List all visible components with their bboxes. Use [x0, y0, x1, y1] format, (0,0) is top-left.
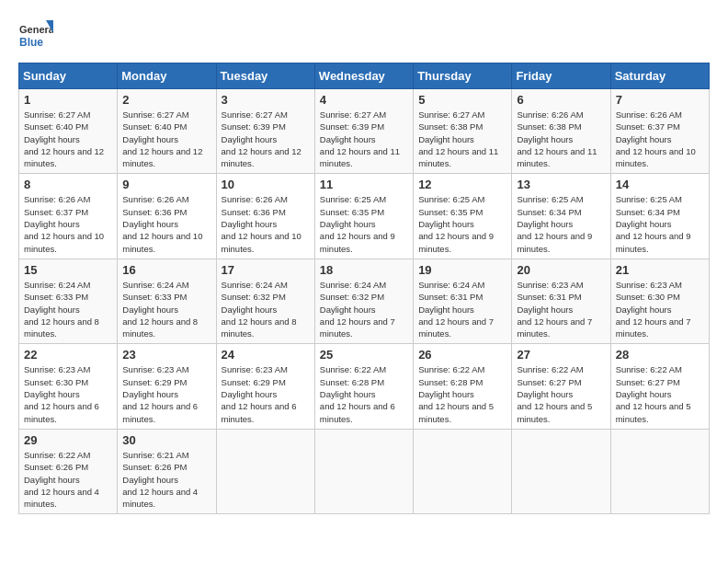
day-info: Sunrise: 6:26 AMSunset: 6:38 PMDaylight … — [517, 109, 605, 169]
day-info: Sunrise: 6:26 AMSunset: 6:37 PMDaylight … — [24, 193, 112, 254]
day-number: 6 — [517, 93, 605, 107]
calendar-cell — [512, 429, 610, 513]
day-info: Sunrise: 6:23 AMSunset: 6:30 PMDaylight … — [24, 363, 112, 424]
calendar-cell: 13Sunrise: 6:25 AMSunset: 6:34 PMDayligh… — [512, 174, 610, 259]
day-info: Sunrise: 6:25 AMSunset: 6:35 PMDaylight … — [418, 193, 506, 254]
calendar-cell: 27Sunrise: 6:22 AMSunset: 6:27 PMDayligh… — [512, 344, 610, 429]
day-info: Sunrise: 6:27 AMSunset: 6:40 PMDaylight … — [122, 109, 210, 169]
calendar-cell: 30Sunrise: 6:21 AMSunset: 6:26 PMDayligh… — [118, 429, 216, 513]
calendar-week-row: 29Sunrise: 6:22 AMSunset: 6:26 PMDayligh… — [19, 429, 710, 513]
day-number: 26 — [418, 348, 506, 362]
day-info: Sunrise: 6:24 AMSunset: 6:33 PMDaylight … — [122, 279, 210, 339]
day-info: Sunrise: 6:26 AMSunset: 6:37 PMDaylight … — [616, 109, 704, 169]
calendar-cell: 24Sunrise: 6:23 AMSunset: 6:29 PMDayligh… — [216, 344, 314, 429]
calendar-cell: 28Sunrise: 6:22 AMSunset: 6:27 PMDayligh… — [610, 344, 709, 429]
day-info: Sunrise: 6:26 AMSunset: 6:36 PMDaylight … — [222, 193, 310, 254]
day-number: 24 — [222, 348, 310, 362]
calendar-body: 1Sunrise: 6:27 AMSunset: 6:40 PMDaylight… — [19, 89, 710, 514]
day-info: Sunrise: 6:27 AMSunset: 6:39 PMDaylight … — [320, 109, 408, 169]
weekday-header-cell: Tuesday — [216, 63, 314, 89]
calendar-week-row: 15Sunrise: 6:24 AMSunset: 6:33 PMDayligh… — [19, 259, 710, 343]
calendar-cell — [216, 429, 314, 513]
calendar-cell: 2Sunrise: 6:27 AMSunset: 6:40 PMDaylight… — [118, 89, 216, 174]
calendar-cell: 20Sunrise: 6:23 AMSunset: 6:31 PMDayligh… — [512, 259, 610, 343]
day-number: 21 — [616, 263, 704, 277]
calendar-cell — [610, 429, 709, 513]
calendar-cell: 8Sunrise: 6:26 AMSunset: 6:37 PMDaylight… — [19, 174, 118, 259]
day-info: Sunrise: 6:25 AMSunset: 6:34 PMDaylight … — [517, 193, 605, 254]
calendar-cell: 18Sunrise: 6:24 AMSunset: 6:32 PMDayligh… — [314, 259, 413, 343]
day-info: Sunrise: 6:23 AMSunset: 6:30 PMDaylight … — [616, 279, 704, 339]
header: General Blue — [18, 18, 710, 53]
day-number: 12 — [418, 178, 506, 191]
calendar-week-row: 1Sunrise: 6:27 AMSunset: 6:40 PMDaylight… — [19, 89, 710, 174]
calendar-cell: 12Sunrise: 6:25 AMSunset: 6:35 PMDayligh… — [414, 174, 512, 259]
day-number: 14 — [616, 178, 704, 191]
calendar-cell: 5Sunrise: 6:27 AMSunset: 6:38 PMDaylight… — [414, 89, 512, 174]
logo-svg: General Blue — [18, 18, 53, 53]
calendar-cell: 29Sunrise: 6:22 AMSunset: 6:26 PMDayligh… — [19, 429, 118, 513]
day-number: 5 — [418, 93, 506, 107]
calendar-week-row: 8Sunrise: 6:26 AMSunset: 6:37 PMDaylight… — [19, 174, 710, 259]
calendar-cell: 11Sunrise: 6:25 AMSunset: 6:35 PMDayligh… — [314, 174, 413, 259]
day-number: 1 — [24, 93, 112, 107]
calendar-cell: 6Sunrise: 6:26 AMSunset: 6:38 PMDaylight… — [512, 89, 610, 174]
calendar-cell: 17Sunrise: 6:24 AMSunset: 6:32 PMDayligh… — [216, 259, 314, 343]
calendar-cell — [414, 429, 512, 513]
day-number: 30 — [122, 433, 210, 447]
day-info: Sunrise: 6:24 AMSunset: 6:31 PMDaylight … — [418, 279, 506, 339]
day-number: 18 — [320, 263, 408, 277]
weekday-header-cell: Monday — [118, 63, 216, 89]
day-info: Sunrise: 6:25 AMSunset: 6:35 PMDaylight … — [320, 193, 408, 254]
day-info: Sunrise: 6:21 AMSunset: 6:26 PMDaylight … — [122, 449, 210, 510]
weekday-header-cell: Wednesday — [314, 63, 413, 89]
day-info: Sunrise: 6:24 AMSunset: 6:33 PMDaylight … — [24, 279, 112, 339]
calendar-cell: 14Sunrise: 6:25 AMSunset: 6:34 PMDayligh… — [610, 174, 709, 259]
day-info: Sunrise: 6:23 AMSunset: 6:29 PMDaylight … — [122, 363, 210, 424]
svg-text:General: General — [19, 24, 53, 35]
day-info: Sunrise: 6:24 AMSunset: 6:32 PMDaylight … — [320, 279, 408, 339]
calendar-cell: 4Sunrise: 6:27 AMSunset: 6:39 PMDaylight… — [314, 89, 413, 174]
day-info: Sunrise: 6:22 AMSunset: 6:28 PMDaylight … — [320, 363, 408, 424]
svg-text:Blue: Blue — [19, 36, 43, 49]
calendar-cell: 15Sunrise: 6:24 AMSunset: 6:33 PMDayligh… — [19, 259, 118, 343]
calendar-cell: 9Sunrise: 6:26 AMSunset: 6:36 PMDaylight… — [118, 174, 216, 259]
day-info: Sunrise: 6:27 AMSunset: 6:39 PMDaylight … — [222, 109, 310, 169]
calendar-cell: 16Sunrise: 6:24 AMSunset: 6:33 PMDayligh… — [118, 259, 216, 343]
calendar-cell: 26Sunrise: 6:22 AMSunset: 6:28 PMDayligh… — [414, 344, 512, 429]
day-number: 2 — [122, 93, 210, 107]
day-number: 19 — [418, 263, 506, 277]
day-info: Sunrise: 6:25 AMSunset: 6:34 PMDaylight … — [616, 193, 704, 254]
calendar-cell: 22Sunrise: 6:23 AMSunset: 6:30 PMDayligh… — [19, 344, 118, 429]
day-number: 11 — [320, 178, 408, 191]
day-info: Sunrise: 6:27 AMSunset: 6:38 PMDaylight … — [418, 109, 506, 169]
day-number: 13 — [517, 178, 605, 191]
calendar-week-row: 22Sunrise: 6:23 AMSunset: 6:30 PMDayligh… — [19, 344, 710, 429]
calendar-table: SundayMondayTuesdayWednesdayThursdayFrid… — [18, 63, 710, 514]
day-info: Sunrise: 6:22 AMSunset: 6:28 PMDaylight … — [418, 363, 506, 424]
day-number: 9 — [122, 178, 210, 191]
day-number: 22 — [24, 348, 112, 362]
day-info: Sunrise: 6:22 AMSunset: 6:26 PMDaylight … — [24, 449, 112, 510]
day-info: Sunrise: 6:22 AMSunset: 6:27 PMDaylight … — [616, 363, 704, 424]
weekday-header-cell: Saturday — [610, 63, 709, 89]
day-number: 10 — [222, 178, 310, 191]
day-info: Sunrise: 6:23 AMSunset: 6:31 PMDaylight … — [517, 279, 605, 339]
calendar-cell — [314, 429, 413, 513]
day-info: Sunrise: 6:24 AMSunset: 6:32 PMDaylight … — [222, 279, 310, 339]
calendar-cell: 10Sunrise: 6:26 AMSunset: 6:36 PMDayligh… — [216, 174, 314, 259]
day-info: Sunrise: 6:27 AMSunset: 6:40 PMDaylight … — [24, 109, 112, 169]
day-number: 28 — [616, 348, 704, 362]
day-number: 27 — [517, 348, 605, 362]
day-info: Sunrise: 6:22 AMSunset: 6:27 PMDaylight … — [517, 363, 605, 424]
day-number: 7 — [616, 93, 704, 107]
day-number: 20 — [517, 263, 605, 277]
weekday-header-cell: Friday — [512, 63, 610, 89]
day-number: 8 — [24, 178, 112, 191]
day-number: 23 — [122, 348, 210, 362]
day-number: 15 — [24, 263, 112, 277]
logo-container: General Blue — [18, 18, 53, 53]
weekday-header-cell: Sunday — [19, 63, 118, 89]
day-number: 29 — [24, 433, 112, 447]
day-info: Sunrise: 6:26 AMSunset: 6:36 PMDaylight … — [122, 193, 210, 254]
